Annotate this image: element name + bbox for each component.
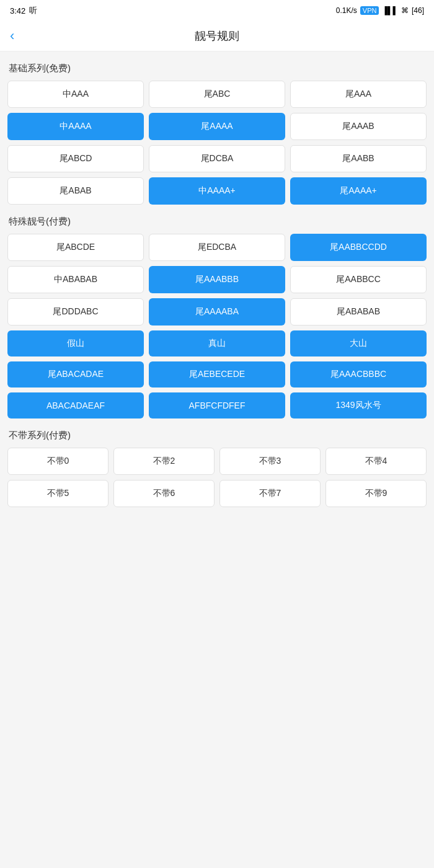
tag-btn-basic-1-0[interactable]: 中AAAA bbox=[7, 113, 144, 140]
status-right: 0.1K/s VPN ▐▌▌ ⌘ [46] bbox=[336, 6, 424, 15]
row-noband-0: 不带0不带2不带3不带4 bbox=[7, 448, 427, 475]
tag-btn-noband-0-2[interactable]: 不带3 bbox=[219, 448, 321, 475]
tag-btn-special-5-2[interactable]: 1349风水号 bbox=[290, 392, 427, 418]
section-basic: 基础系列(免费)中AAA尾ABC尾AAA中AAAA尾AAAA尾AAAB尾ABCD… bbox=[7, 63, 427, 205]
tag-btn-special-2-1[interactable]: 尾AAAABA bbox=[149, 298, 285, 326]
tag-btn-special-3-2[interactable]: 大山 bbox=[290, 330, 427, 356]
tag-btn-noband-0-3[interactable]: 不带4 bbox=[326, 448, 427, 475]
tag-btn-special-4-2[interactable]: 尾AAACBBBC bbox=[290, 361, 427, 388]
page-title: 靓号规则 bbox=[10, 29, 424, 43]
tag-btn-special-1-2[interactable]: 尾AABBCC bbox=[290, 266, 427, 293]
main-content: 基础系列(免费)中AAA尾ABC尾AAA中AAAA尾AAAA尾AAAB尾ABCD… bbox=[0, 63, 434, 525]
status-left: 3:42 听 bbox=[10, 5, 37, 16]
tag-btn-noband-1-3[interactable]: 不带9 bbox=[326, 480, 427, 507]
section-title-noband: 不带系列(付费) bbox=[7, 430, 427, 441]
vpn-badge: VPN bbox=[360, 6, 379, 15]
tag-btn-basic-2-0[interactable]: 尾ABCD bbox=[7, 145, 144, 172]
row-basic-3: 尾ABAB中AAAA+尾AAAA+ bbox=[7, 177, 427, 205]
tag-btn-noband-1-0[interactable]: 不带5 bbox=[7, 480, 108, 507]
row-noband-1: 不带5不带6不带7不带9 bbox=[7, 480, 427, 507]
row-special-1: 中ABABAB尾AAABBB尾AABBCC bbox=[7, 266, 427, 293]
status-bar: 3:42 听 0.1K/s VPN ▐▌▌ ⌘ [46] bbox=[0, 0, 434, 21]
wifi-icon: ⌘ bbox=[401, 6, 409, 15]
row-special-5: ABACADAEAFAFBFCFDFEF1349风水号 bbox=[7, 392, 427, 418]
tag-btn-special-1-0[interactable]: 中ABABAB bbox=[7, 266, 144, 293]
tag-btn-basic-3-0[interactable]: 尾ABAB bbox=[7, 177, 144, 205]
tag-btn-special-3-0[interactable]: 假山 bbox=[7, 330, 144, 356]
tag-btn-basic-3-1[interactable]: 中AAAA+ bbox=[149, 177, 285, 205]
tag-btn-special-5-1[interactable]: AFBFCFDFEF bbox=[149, 392, 285, 418]
tag-btn-basic-0-1[interactable]: 尾ABC bbox=[149, 81, 285, 108]
tag-btn-noband-1-2[interactable]: 不带7 bbox=[219, 480, 321, 507]
tag-btn-basic-3-2[interactable]: 尾AAAA+ bbox=[290, 177, 427, 205]
tag-btn-special-4-1[interactable]: 尾AEBECEDE bbox=[149, 361, 285, 388]
row-special-0: 尾ABCDE尾EDCBA尾AABBCCDD bbox=[7, 234, 427, 261]
tag-btn-special-5-0[interactable]: ABACADAEAF bbox=[7, 392, 144, 418]
tag-btn-basic-1-2[interactable]: 尾AAAB bbox=[290, 113, 427, 140]
tag-btn-special-0-1[interactable]: 尾EDCBA bbox=[149, 234, 285, 261]
back-button[interactable]: ‹ bbox=[10, 28, 14, 44]
tag-btn-special-4-0[interactable]: 尾ABACADAE bbox=[7, 361, 144, 388]
network-speed: 0.1K/s bbox=[336, 6, 357, 15]
row-special-3: 假山真山大山 bbox=[7, 330, 427, 356]
tag-btn-noband-0-0[interactable]: 不带0 bbox=[7, 448, 108, 475]
tag-btn-basic-0-2[interactable]: 尾AAA bbox=[290, 81, 427, 108]
tag-btn-noband-1-1[interactable]: 不带6 bbox=[113, 480, 215, 507]
listen-icon: 听 bbox=[29, 5, 37, 16]
row-special-4: 尾ABACADAE尾AEBECEDE尾AAACBBBC bbox=[7, 361, 427, 388]
section-noband: 不带系列(付费)不带0不带2不带3不带4不带5不带6不带7不带9 bbox=[7, 430, 427, 507]
tag-btn-noband-0-1[interactable]: 不带2 bbox=[113, 448, 215, 475]
tag-btn-basic-0-0[interactable]: 中AAA bbox=[7, 81, 144, 108]
row-basic-2: 尾ABCD尾DCBA尾AABB bbox=[7, 145, 427, 172]
tag-btn-special-2-2[interactable]: 尾ABABAB bbox=[290, 298, 427, 326]
tag-btn-special-0-0[interactable]: 尾ABCDE bbox=[7, 234, 144, 261]
section-title-special: 特殊靓号(付费) bbox=[7, 216, 427, 228]
row-special-2: 尾DDDABC尾AAAABA尾ABABAB bbox=[7, 298, 427, 326]
section-special: 特殊靓号(付费)尾ABCDE尾EDCBA尾AABBCCDD中ABABAB尾AAA… bbox=[7, 216, 427, 418]
tag-btn-basic-1-1[interactable]: 尾AAAA bbox=[149, 113, 285, 140]
row-basic-0: 中AAA尾ABC尾AAA bbox=[7, 81, 427, 108]
row-basic-1: 中AAAA尾AAAA尾AAAB bbox=[7, 113, 427, 140]
time: 3:42 bbox=[10, 6, 25, 16]
tag-btn-basic-2-2[interactable]: 尾AABB bbox=[290, 145, 427, 172]
tag-btn-special-1-1[interactable]: 尾AAABBB bbox=[149, 266, 285, 293]
signal-icon: ▐▌▌ bbox=[382, 6, 398, 15]
tag-btn-special-3-1[interactable]: 真山 bbox=[149, 330, 285, 356]
battery-icon: [46] bbox=[412, 6, 424, 15]
section-title-basic: 基础系列(免费) bbox=[7, 63, 427, 74]
header: ‹ 靓号规则 bbox=[0, 21, 434, 51]
tag-btn-special-0-2[interactable]: 尾AABBCCDD bbox=[290, 234, 427, 261]
tag-btn-basic-2-1[interactable]: 尾DCBA bbox=[149, 145, 285, 172]
tag-btn-special-2-0[interactable]: 尾DDDABC bbox=[7, 298, 144, 326]
